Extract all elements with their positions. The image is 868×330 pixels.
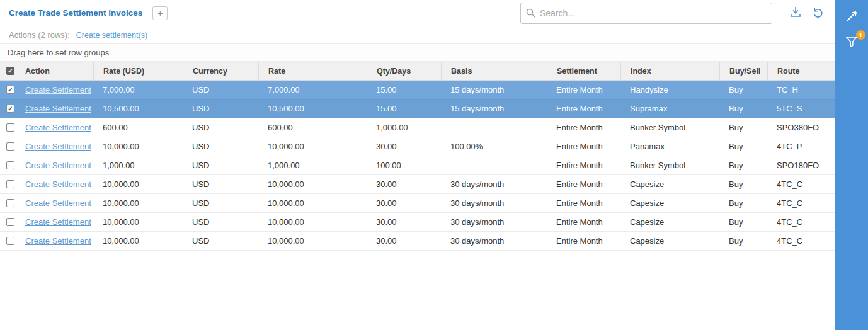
cell-settlement: Entire Month bbox=[547, 100, 620, 118]
table-row[interactable]: Create Settlement10,000.00USD10,000.0030… bbox=[0, 137, 835, 156]
chart-tool-button[interactable] bbox=[840, 6, 863, 29]
row-checkbox[interactable] bbox=[6, 218, 14, 226]
cell-index: Capesize bbox=[620, 175, 719, 193]
data-grid: Action Rate (USD) Currency Rate Qty/Days… bbox=[0, 62, 835, 330]
cell-settlement: Entire Month bbox=[547, 213, 620, 231]
cell-index: Bunker Symbol bbox=[620, 156, 719, 174]
cell-currency: USD bbox=[183, 137, 258, 156]
row-checkbox-cell bbox=[0, 137, 21, 156]
create-settlement-link[interactable]: Create Settlement bbox=[25, 85, 91, 94]
cell-rate-usd: 600.00 bbox=[93, 118, 183, 137]
cell-index: Capesize bbox=[620, 194, 719, 212]
row-checkbox[interactable] bbox=[6, 86, 14, 94]
cell-qty-days: 30.00 bbox=[367, 137, 441, 156]
create-settlement-link[interactable]: Create Settlement bbox=[25, 198, 91, 208]
cell-basis: 30 days/month bbox=[441, 194, 547, 212]
table-row[interactable]: Create Settlement7,000.00USD7,000.0015.0… bbox=[0, 81, 835, 100]
row-checkbox[interactable] bbox=[6, 123, 14, 132]
cell-route: 4TC_P bbox=[767, 137, 835, 156]
cell-rate: 10,500.00 bbox=[258, 100, 367, 118]
column-header-index[interactable]: Index bbox=[620, 62, 719, 80]
create-settlement-link[interactable]: Create Settlement bbox=[25, 104, 91, 113]
add-button[interactable]: + bbox=[152, 6, 168, 20]
column-header-settlement[interactable]: Settlement bbox=[547, 62, 620, 80]
cell-currency: USD bbox=[183, 118, 258, 137]
cell-route: 4TC_C bbox=[767, 194, 835, 212]
cell-settlement: Entire Month bbox=[547, 232, 620, 250]
cell-buy-sell: Buy bbox=[719, 100, 767, 118]
cell-rate-usd: 10,500.00 bbox=[93, 100, 183, 118]
create-settlement-link[interactable]: Create Settlement bbox=[25, 179, 91, 189]
row-checkbox[interactable] bbox=[6, 161, 14, 169]
row-checkbox[interactable] bbox=[6, 105, 14, 113]
cell-currency: USD bbox=[183, 81, 258, 99]
row-checkbox-cell bbox=[0, 100, 21, 118]
row-checkbox-cell bbox=[0, 194, 21, 212]
table-row[interactable]: Create Settlement600.00USD600.001,000.00… bbox=[0, 118, 835, 137]
table-row[interactable]: Create Settlement10,000.00USD10,000.0030… bbox=[0, 213, 835, 232]
table-row[interactable]: Create Settlement10,500.00USD10,500.0015… bbox=[0, 100, 835, 118]
column-header-currency[interactable]: Currency bbox=[183, 62, 258, 80]
column-header-buy-sell[interactable]: Buy/Sell bbox=[719, 62, 767, 80]
row-checkbox[interactable] bbox=[6, 199, 14, 207]
column-header-action[interactable]: Action bbox=[21, 62, 93, 80]
cell-currency: USD bbox=[183, 213, 258, 231]
cell-index: Supramax bbox=[620, 100, 719, 118]
cell-qty-days: 30.00 bbox=[367, 194, 441, 212]
undo-icon bbox=[812, 6, 825, 20]
cell-qty-days: 30.00 bbox=[367, 232, 441, 250]
table-body: Create Settlement7,000.00USD7,000.0015.0… bbox=[0, 81, 835, 251]
create-settlement-link[interactable]: Create Settlement bbox=[25, 161, 91, 170]
cell-index: Bunker Symbol bbox=[620, 118, 719, 137]
column-header-rate[interactable]: Rate bbox=[258, 62, 367, 80]
row-checkbox[interactable] bbox=[6, 180, 14, 188]
cell-action: Create Settlement bbox=[21, 156, 93, 174]
cell-settlement: Entire Month bbox=[547, 194, 620, 212]
column-header-qty-days[interactable]: Qty/Days bbox=[367, 62, 441, 80]
table-row[interactable]: Create Settlement10,000.00USD10,000.0030… bbox=[0, 175, 835, 194]
cell-qty-days: 1,000.00 bbox=[367, 118, 441, 137]
create-settlement-link[interactable]: Create Settlement bbox=[25, 217, 91, 227]
create-settlement-link[interactable]: Create Settlement bbox=[25, 142, 91, 151]
row-checkbox[interactable] bbox=[6, 237, 14, 245]
create-settlements-link[interactable]: Create settlement(s) bbox=[76, 31, 147, 40]
column-header-basis[interactable]: Basis bbox=[441, 62, 547, 80]
cell-settlement: Entire Month bbox=[547, 118, 620, 137]
cell-buy-sell: Buy bbox=[719, 137, 767, 156]
cell-action: Create Settlement bbox=[21, 81, 93, 99]
download-button[interactable] bbox=[786, 4, 805, 23]
cell-settlement: Entire Month bbox=[547, 175, 620, 193]
row-checkbox[interactable] bbox=[6, 142, 14, 151]
actions-bar: Actions (2 rows): Create settlement(s) bbox=[0, 26, 835, 44]
cell-action: Create Settlement bbox=[21, 175, 93, 193]
table-header-row: Action Rate (USD) Currency Rate Qty/Days… bbox=[0, 62, 835, 81]
table-row[interactable]: Create Settlement1,000.00USD1,000.00100.… bbox=[0, 156, 835, 175]
cell-rate: 10,000.00 bbox=[258, 213, 367, 231]
cell-route: SPO380FO bbox=[767, 118, 835, 137]
cell-index: Handysize bbox=[620, 81, 719, 99]
filter-tool-button[interactable]: 1 bbox=[840, 31, 863, 54]
cell-action: Create Settlement bbox=[21, 194, 93, 212]
cell-rate: 10,000.00 bbox=[258, 175, 367, 193]
cell-qty-days: 100.00 bbox=[367, 156, 441, 174]
row-checkbox-cell bbox=[0, 213, 21, 231]
chart-trend-icon bbox=[844, 9, 859, 26]
cell-basis: 15 days/month bbox=[441, 81, 547, 99]
cell-action: Create Settlement bbox=[21, 137, 93, 156]
table-row[interactable]: Create Settlement10,000.00USD10,000.0030… bbox=[0, 194, 835, 213]
cell-basis bbox=[441, 118, 547, 137]
create-settlement-link[interactable]: Create Settlement bbox=[25, 123, 91, 132]
column-header-rate-usd[interactable]: Rate (USD) bbox=[93, 62, 183, 80]
search-input[interactable] bbox=[520, 3, 772, 24]
select-all-checkbox[interactable] bbox=[6, 67, 14, 75]
row-checkbox-cell bbox=[0, 81, 21, 99]
row-group-dropzone[interactable]: Drag here to set row groups bbox=[0, 44, 835, 62]
row-checkbox-cell bbox=[0, 232, 21, 250]
cell-basis: 15 days/month bbox=[441, 100, 547, 118]
undo-button[interactable] bbox=[809, 4, 828, 23]
create-settlement-link[interactable]: Create Settlement bbox=[25, 236, 91, 246]
cell-settlement: Entire Month bbox=[547, 81, 620, 99]
table-row[interactable]: Create Settlement10,000.00USD10,000.0030… bbox=[0, 232, 835, 251]
column-header-route[interactable]: Route bbox=[767, 62, 835, 80]
cell-buy-sell: Buy bbox=[719, 118, 767, 137]
